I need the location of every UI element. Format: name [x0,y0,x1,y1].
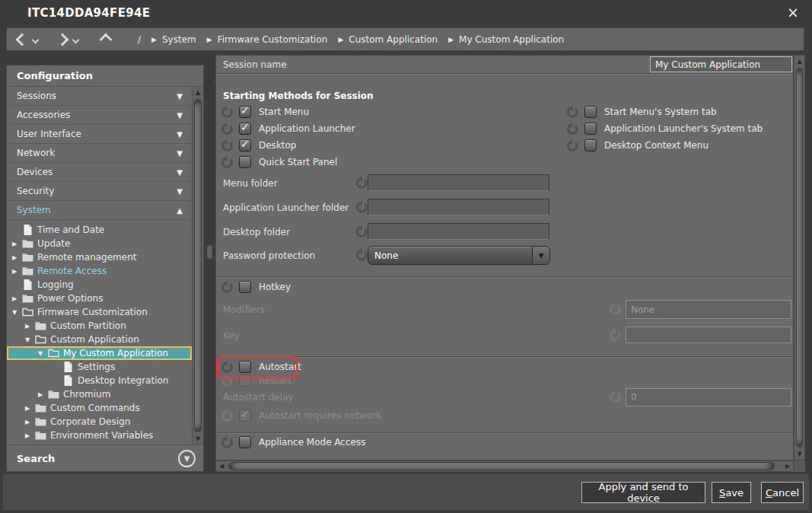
hotkey-checkbox[interactable] [239,281,251,293]
breadcrumb-item-firmware-customization[interactable]: Firmware Customization [218,34,328,45]
sidebar-scrollbar[interactable]: ▲ ▼ [192,87,203,444]
sidebar-item-system[interactable]: System ▲ [7,201,192,220]
tree-item-partial[interactable]: ▶ [7,442,192,444]
sidebar-item-user-interface[interactable]: User Interface ▼ [7,125,192,144]
splitter-collapse-icon[interactable]: ◀ [206,79,210,85]
tree-item-custom-application[interactable]: ▼ Custom Application [7,333,192,346]
tree-item-settings[interactable]: Settings [7,360,192,374]
scrollbar-thumb[interactable] [194,99,202,432]
breadcrumb-item-system[interactable]: System [162,34,196,45]
sidebar-item-accessories[interactable]: Accessories ▼ [7,106,192,125]
start-menu-checkbox[interactable] [239,106,251,118]
reset-icon[interactable] [221,281,233,293]
splitter-grip[interactable] [207,245,212,259]
up-icon[interactable] [100,33,113,46]
expand-icon[interactable]: ▶ [25,405,35,412]
reset-icon[interactable] [221,156,233,168]
expand-icon[interactable]: ▶ [25,432,35,439]
expand-icon[interactable]: ▶ [12,295,22,302]
tree-item-desktop-integration[interactable]: Desktop Integration [7,374,192,387]
reset-icon[interactable] [221,361,233,373]
scroll-up-icon[interactable]: ▲ [193,87,203,98]
scrollbar-thumb[interactable] [228,462,775,470]
reset-icon[interactable] [221,436,233,448]
main-horizontal-scrollbar[interactable]: ◀ ▶ [215,460,794,472]
scrollbar-thumb[interactable] [796,68,803,448]
scroll-right-icon[interactable]: ▶ [782,461,793,471]
expand-icon[interactable]: ▶ [38,391,48,398]
scroll-up-icon[interactable]: ▲ [794,56,804,67]
tree-item-my-custom-application[interactable]: ▼ My Custom Application [7,346,192,360]
breadcrumb-root[interactable]: / [138,34,141,45]
tree-item-firmware-customization[interactable]: ▼ Firmware Customization [7,305,192,319]
forward-icon[interactable] [56,33,69,46]
application-launcher-system-tab-checkbox[interactable] [584,123,597,135]
expand-icon[interactable]: ▶ [25,323,35,330]
autostart-requires-network-row: Autostart requires network [221,408,381,423]
apply-and-send-button[interactable]: Apply and send to device [581,482,705,503]
sidebar-item-sessions[interactable]: Sessions ▼ [7,87,192,106]
reset-icon[interactable] [221,106,233,118]
sidebar-item-network[interactable]: Network ▼ [7,144,192,163]
tree-item-update[interactable]: ▶ Update [7,237,192,250]
appliance-mode-access-checkbox[interactable] [239,436,251,448]
dropdown-arrow-icon[interactable]: ▼ [532,247,549,264]
reset-icon[interactable] [221,123,233,135]
reset-icon [609,303,621,315]
back-icon[interactable] [16,33,29,46]
collapse-icon[interactable]: ▼ [25,336,35,343]
tree-item-remote-management[interactable]: ▶ Remote management [7,250,192,264]
application-launcher-checkbox[interactable] [239,123,251,135]
back-history-chevron-icon[interactable] [32,37,40,44]
tree-item-corporate-design[interactable]: ▶ Corporate Design [7,415,192,429]
tree-item-remote-access[interactable]: ▶ Remote Access [7,264,192,278]
tree-item-environment-variables[interactable]: ▶ Environment Variables [7,429,192,442]
session-name-input[interactable] [650,56,792,72]
quick-start-panel-checkbox[interactable] [239,156,251,168]
reset-icon[interactable] [355,177,368,189]
reset-icon[interactable] [566,106,578,118]
reset-icon[interactable] [355,249,368,261]
tree-item-custom-commands[interactable]: ▶ Custom Commands [7,401,192,415]
menu-folder-input[interactable] [368,174,549,191]
desktop-context-menu-checkbox[interactable] [584,139,597,151]
breadcrumb-item-my-custom-application[interactable]: My Custom Application [459,34,564,45]
sidebar-item-devices[interactable]: Devices ▼ [7,163,192,182]
collapse-icon[interactable]: ▼ [12,309,22,316]
reset-icon[interactable] [355,225,368,237]
cancel-button[interactable]: Cancel [761,482,804,503]
expand-icon[interactable]: ▶ [25,419,35,425]
expand-icon[interactable]: ▶ [12,241,22,247]
scroll-down-icon[interactable]: ▼ [794,448,804,460]
expand-icon[interactable]: ▶ [12,268,22,275]
sidebar-item-security[interactable]: Security ▼ [7,182,192,201]
desktop-folder-input[interactable] [368,223,549,240]
reset-icon[interactable] [355,201,368,213]
start-menu-system-tab-checkbox[interactable] [584,106,597,118]
forward-history-chevron-icon[interactable] [72,37,80,44]
tree-item-power-options[interactable]: ▶ Power Options [7,292,192,305]
autostart-checkbox[interactable] [239,361,251,373]
reset-icon[interactable] [566,123,578,135]
close-icon[interactable]: × [784,3,802,21]
tree-item-custom-partition[interactable]: ▶ Custom Partition [7,319,192,333]
folder-icon [35,403,46,413]
application-launcher-folder-input[interactable] [368,199,549,215]
collapse-icon[interactable]: ▼ [38,350,48,357]
main-vertical-scrollbar[interactable]: ▲ ▼ [794,55,805,460]
scroll-left-icon[interactable]: ◀ [216,461,227,471]
reset-icon[interactable] [221,139,233,151]
breadcrumb-item-custom-application[interactable]: Custom Application [349,34,438,45]
scroll-down-icon[interactable]: ▼ [193,433,203,444]
expand-icon[interactable]: ▶ [12,254,22,261]
save-button[interactable]: Save [712,482,751,503]
tree-item-chromium[interactable]: ▶ Chromium [7,387,192,401]
application-launcher-row: Application Launcher [221,121,355,136]
tree-item-time-and-date[interactable]: Time and Date [7,223,192,237]
search-expand-button[interactable]: ▼ [178,450,196,467]
desktop-checkbox[interactable] [239,139,251,151]
splitter-expand-icon[interactable]: ▶ [206,87,210,93]
tree-item-logging[interactable]: Logging [7,278,192,292]
reset-icon[interactable] [566,139,578,151]
password-protection-dropdown[interactable]: None ▼ [368,246,550,265]
